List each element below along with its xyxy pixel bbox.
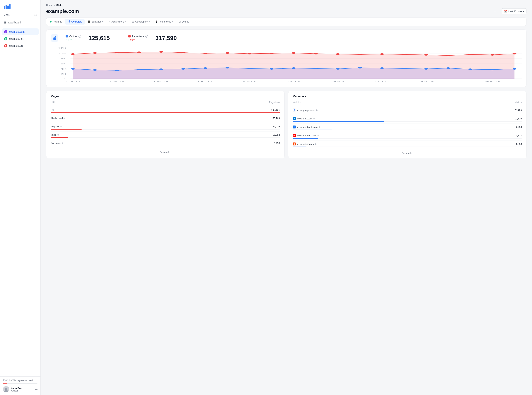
svg-rect-5 [69, 20, 70, 22]
breadcrumb-home[interactable]: Home [46, 4, 53, 6]
svg-text:2K: 2K [61, 73, 67, 75]
page-header: example.com ··· 📅 Last 30 days ▾ [46, 8, 526, 14]
tab-overview[interactable]: Overview [65, 19, 85, 25]
stat-separator [119, 33, 119, 43]
svg-text:Nov 9: Nov 9 [331, 81, 344, 83]
tab-behavior-label: Behavior [91, 20, 101, 23]
svg-point-31 [225, 52, 230, 54]
tab-acquisitions[interactable]: ↗ Acquisitions ▾ [106, 19, 129, 24]
sidebar-item-example-org[interactable]: ⊗ example.org [2, 43, 39, 49]
settings-icon[interactable]: ⚙ [34, 13, 37, 17]
user-profile: John Doe Account ⇥ [3, 386, 38, 392]
svg-point-57 [336, 68, 340, 70]
pageviews-arrow-icon: ↓ [128, 38, 129, 41]
date-range-button[interactable]: 📅 Last 30 days ▾ [502, 8, 526, 14]
bing-favicon: b [293, 117, 296, 120]
svg-point-35 [314, 53, 318, 55]
more-button[interactable]: ··· [493, 9, 499, 14]
svg-text:12K: 12K [58, 47, 67, 49]
svg-point-28 [159, 51, 163, 53]
tab-realtime[interactable]: Realtime [47, 19, 65, 24]
table-row: ◉ www.reddit.com ⧉ 1,588 [293, 141, 522, 149]
referrers-view-all[interactable]: View all › [293, 149, 522, 154]
view-all-arrow-icon: › [411, 152, 412, 154]
user-name: John Doe [11, 387, 33, 390]
tab-behavior[interactable]: ⬛ Behavior ▾ [85, 19, 106, 24]
external-link-icon[interactable]: ⧉ [314, 117, 315, 120]
site-label-example-com: example.com [9, 30, 25, 33]
svg-point-32 [247, 53, 252, 55]
external-link-icon[interactable]: ⧉ [316, 109, 318, 111]
table-row: f www.facebook.com ⧉ 4,280 [293, 124, 522, 132]
referrers-table-header: Website Visitors [293, 101, 522, 105]
svg-point-51 [203, 67, 207, 69]
dashboard-icon: ⊞ [4, 21, 6, 24]
svg-point-53 [247, 68, 252, 69]
external-link-icon[interactable]: ⧉ [62, 142, 63, 144]
table-row: /login ⧉ 15,252 [51, 132, 280, 140]
visitors-dot [66, 35, 68, 38]
svg-text:Oct 28: Oct 28 [154, 81, 168, 83]
referrers-card: Referrers Website Visitors G www.google.… [288, 91, 526, 158]
external-link-icon[interactable]: ⧉ [64, 117, 65, 119]
tab-technology[interactable]: 📱 Technology ▾ [153, 19, 176, 24]
sidebar-item-dashboard[interactable]: ⊞ Dashboard [2, 19, 39, 26]
external-link-icon[interactable]: ⧉ [60, 125, 62, 128]
youtube-favicon: ▶ [293, 134, 296, 137]
visitors-info-icon[interactable]: i [78, 35, 81, 38]
svg-text:Nov 12: Nov 12 [374, 81, 390, 83]
svg-text:Oct 22: Oct 22 [66, 81, 80, 83]
svg-rect-4 [69, 21, 69, 22]
svg-point-58 [358, 67, 362, 68]
external-link-icon[interactable]: ⧉ [315, 143, 316, 145]
site-icon-example-net: ◎ [4, 37, 7, 40]
pages-view-all[interactable]: View all › [51, 148, 280, 154]
pageviews-info-icon[interactable]: i [145, 35, 148, 38]
external-link-icon[interactable]: ⧉ [318, 134, 319, 137]
sidebar-item-example-net[interactable]: ◎ example.net [2, 35, 39, 42]
svg-point-41 [446, 55, 450, 56]
logout-icon[interactable]: ⇥ [35, 388, 38, 391]
chart-svg: 12K 10K 8K 6K 4K 2K 0 [51, 46, 522, 83]
svg-text:Nov 3: Nov 3 [243, 81, 256, 83]
svg-point-42 [468, 54, 472, 55]
external-link-icon[interactable]: ⧉ [319, 126, 320, 128]
svg-point-29 [181, 52, 185, 53]
svg-point-60 [402, 68, 406, 69]
tab-geographic[interactable]: 🏛 Geographic ▾ [129, 19, 152, 24]
table-row: /dashboard ⧉ 53,769 [51, 115, 280, 123]
tab-acquisitions-label: Acquisitions [111, 20, 124, 23]
svg-point-36 [336, 53, 340, 55]
tab-events[interactable]: ⊡ Events [176, 19, 192, 24]
svg-point-27 [137, 51, 141, 53]
pages-table-header: URL Pageviews [51, 101, 280, 105]
svg-point-50 [181, 68, 185, 70]
svg-text:Nov 15: Nov 15 [418, 81, 434, 83]
sidebar-item-example-com[interactable]: ★ example.com [2, 28, 39, 35]
date-range-label: Last 30 days [508, 10, 522, 13]
visitors-value: 125,615 [89, 35, 110, 42]
external-link-icon[interactable]: ⧉ [57, 134, 59, 136]
tab-technology-label: Technology [159, 20, 171, 23]
table-row: G www.google.com ⧉ 25,465 [293, 107, 522, 115]
behavior-icon: ⬛ [88, 21, 90, 23]
site-label-example-net: example.net [9, 37, 23, 40]
svg-point-49 [159, 68, 163, 70]
breadcrumb-current: Stats [56, 4, 62, 6]
svg-text:Oct 25: Oct 25 [110, 81, 124, 83]
tabs-bar: Realtime Overview ⬛ Behavior ▾ ↗ Acquisi… [46, 17, 526, 26]
usage-bar-fill [3, 383, 7, 384]
svg-point-38 [380, 53, 384, 55]
visitors-change: ↑ 4.7% [66, 38, 81, 41]
svg-point-54 [270, 68, 274, 70]
sidebar-nav: ⊞ Dashboard [0, 18, 40, 27]
chart-type-icon[interactable] [51, 34, 58, 42]
svg-text:8K: 8K [61, 58, 67, 60]
technology-icon: 📱 [155, 21, 158, 23]
svg-point-30 [203, 53, 207, 54]
table-row: b www.bing.com ⧉ 10,326 [293, 115, 522, 124]
external-link-icon[interactable]: ⧉ [52, 109, 54, 111]
pageviews-dot [128, 35, 131, 38]
svg-text:6K: 6K [61, 63, 67, 65]
user-role: Account [11, 390, 33, 392]
